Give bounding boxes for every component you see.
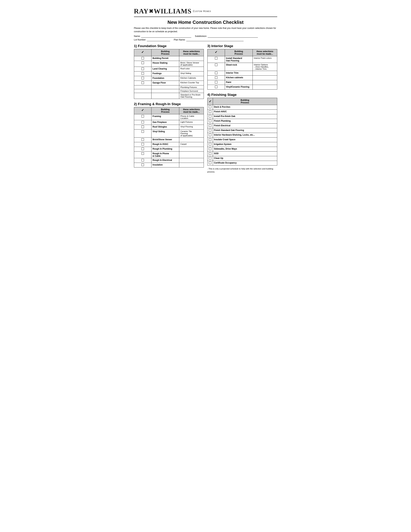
table-row: Rough In Electrical (134, 158, 204, 163)
checkbox-cell[interactable] (134, 120, 151, 125)
table-row: Roof ShinglesVinyl Flooring (134, 125, 204, 129)
checkbox-cell[interactable] (207, 56, 225, 63)
selection-cell (253, 76, 277, 80)
process-cell: Sheet-rock (225, 63, 253, 71)
table-row: Building Permit (134, 56, 204, 61)
process-cell: Rough In Phone& Cable (151, 151, 179, 158)
note-text: - This is only a projected schedule to h… (207, 167, 277, 174)
table-row: Vinyl SidingCeramic TileFlooring(if appl… (134, 129, 204, 137)
checkbox-cell[interactable] (207, 156, 213, 161)
table-row: FramingPhone & CableLocation (134, 114, 204, 120)
intro-text: Please use this checklist to keep track … (134, 27, 277, 33)
selection-cell: Brick / Stone Veneer(if applicable) (179, 61, 204, 67)
section-1-title: 1) Foundation Stage (134, 44, 204, 48)
table-row: SOD (207, 151, 277, 156)
table-row: FoundationKitchen Cabinets (134, 76, 204, 81)
s2-selection-header: these selectionsmust be made... (179, 107, 204, 114)
s2-process-header: BuildingProcess (151, 107, 179, 114)
process-cell: Vinyl Siding (151, 129, 179, 137)
table-row: Vinyl/Ceramic Flooring (207, 85, 277, 89)
table-row: Certificate Occupancy (207, 161, 277, 165)
table-row: Insulation (134, 163, 204, 167)
checkbox-cell[interactable] (134, 114, 151, 120)
selection-cell (253, 71, 277, 76)
checkbox-cell[interactable] (134, 158, 151, 163)
s1-selection-header: these selectionsmust be made... (179, 49, 204, 56)
checkbox-cell[interactable] (134, 147, 151, 151)
table-row: Interior Trim (207, 71, 277, 76)
table-row: Kitchen cabinets (207, 76, 277, 80)
selection-cell: Interior Paint colors (253, 56, 277, 63)
right-column: 3) Interior Stage ✓ BuildingProcess thes… (207, 44, 277, 177)
section-4-block: 4) Finishing Stage ✓ BuildingProcess Dec… (207, 93, 277, 174)
checkbox-cell[interactable] (207, 133, 213, 137)
process-cell: Sidewalks, Drive Ways (213, 147, 277, 151)
checkbox-cell[interactable] (134, 61, 151, 67)
selection-cell (253, 85, 277, 89)
checkbox-cell[interactable] (207, 109, 213, 114)
checkbox-cell[interactable] (207, 85, 225, 89)
table-row: Land ClearingRoof color (134, 67, 204, 71)
section-1-table: ✓ BuildingProcess these selectionsmust b… (134, 49, 204, 99)
checkbox-cell[interactable] (134, 151, 151, 158)
plan-label: Plan Name: (174, 38, 185, 41)
checkbox-cell[interactable] (207, 119, 213, 124)
logo-area: RAY ✖ WILLIAMS Custom Homes (134, 7, 277, 17)
lot-input-line[interactable] (147, 38, 170, 41)
checkbox-cell[interactable] (207, 114, 213, 119)
subdivision-input-line[interactable] (208, 35, 258, 38)
s2-check-header: ✓ (134, 107, 151, 114)
table-row: Install StandardOak FlooringInterior Pai… (207, 56, 277, 63)
page-title: New Home Construction Checklist (134, 19, 277, 25)
checkbox-cell[interactable] (134, 137, 151, 142)
checkbox-cell[interactable] (207, 151, 213, 156)
process-cell: SOD (213, 151, 277, 156)
section-1-block: 1) Foundation Stage ✓ BuildingProcess th… (134, 44, 204, 99)
table-row: Fireplace Surround (134, 89, 204, 93)
process-cell: Roof Shingles (151, 125, 179, 129)
checkbox-cell[interactable] (134, 76, 151, 81)
checkbox-cell[interactable] (207, 147, 213, 151)
s1-process-header: BuildingProcess (151, 49, 179, 56)
selection-cell: Carpet (179, 142, 204, 147)
process-cell: Gas Fireplace (151, 120, 179, 125)
checkbox-cell[interactable] (207, 124, 213, 128)
checkbox-cell[interactable] (134, 71, 151, 76)
lot-label: Lot Number: (134, 38, 146, 41)
table-row: Gas FireplaceLight Fixtures (134, 120, 204, 125)
checkbox-cell[interactable] (207, 80, 225, 85)
checkbox-cell[interactable] (207, 76, 225, 80)
checkbox-cell[interactable] (134, 125, 151, 129)
plan-input-line[interactable] (186, 38, 243, 41)
selection-cell: Ceramic TileFlooring(if applicable) (179, 129, 204, 137)
section-2-table: ✓ BuildingProcess these selectionsmust b… (134, 107, 204, 168)
checkbox-cell[interactable] (207, 71, 225, 76)
table-row: House StakingBrick / Stone Veneer(if app… (134, 61, 204, 67)
process-cell: Kitchen cabinets (225, 76, 253, 80)
checkbox-cell[interactable] (207, 63, 225, 71)
checkbox-cell[interactable] (207, 137, 213, 142)
table-row: Install Pre-finish Oak (207, 114, 277, 119)
process-cell: Footings (151, 71, 179, 76)
table-row: Rough In Plumbing (134, 147, 204, 151)
table-row: Insulate Crawl Space (207, 137, 277, 142)
table-row: Finish Standard Oak Flooring (207, 128, 277, 133)
checkbox-cell[interactable] (207, 128, 213, 133)
checkbox-cell[interactable] (134, 56, 151, 61)
checkbox-cell[interactable] (134, 67, 151, 71)
checkbox-cell[interactable] (207, 161, 213, 165)
process-cell: Interior Trim (225, 71, 253, 76)
checkbox-cell[interactable] (134, 129, 151, 137)
section-4-table: ✓ BuildingProcess Deck & PorchesFinish H… (207, 98, 277, 165)
checkbox-cell[interactable] (134, 163, 151, 167)
checkbox-cell[interactable] (207, 105, 213, 109)
selection-cell (179, 158, 204, 163)
checkbox-cell[interactable] (134, 142, 151, 147)
name-input-line[interactable] (141, 35, 191, 38)
checkbox-cell[interactable] (207, 142, 213, 147)
checkbox-cell[interactable] (134, 81, 151, 85)
table-row: FootingsVinyl Siding (134, 71, 204, 76)
left-column: 1) Foundation Stage ✓ BuildingProcess th… (134, 44, 204, 177)
name-label: Name: (134, 35, 140, 38)
process-cell: Brick/Stone Veneer (151, 137, 179, 142)
